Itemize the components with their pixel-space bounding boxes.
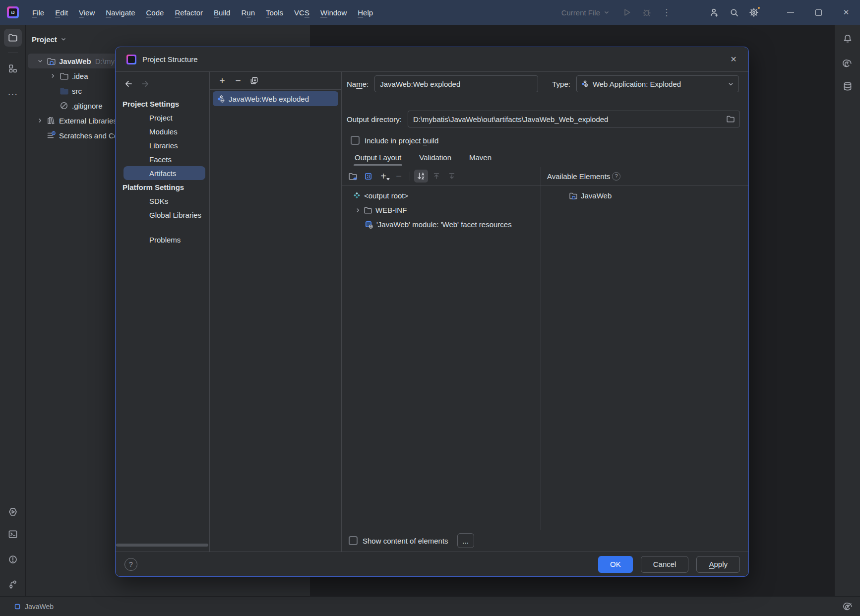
tab-output-layout[interactable]: Output Layout [354,149,402,166]
ai-assistant-button[interactable] [839,55,857,72]
menu-help[interactable]: Help [352,0,378,25]
help-icon[interactable]: ? [612,172,620,181]
nav-item-global-libraries[interactable]: Global Libraries [123,208,205,222]
tree-row-facet-resources[interactable]: 'JavaWeb' module: 'Web' facet resources [342,217,541,232]
menu-navigate[interactable]: Navigate [100,0,140,25]
nav-item-problems[interactable]: Problems [123,233,205,246]
menu-window[interactable]: Window [315,0,352,25]
add-element-button[interactable]: + [376,170,390,183]
menu-vcs[interactable]: VCS [289,0,315,25]
tree-row-output-root[interactable]: <output root> [342,188,541,203]
artifact-name-input[interactable] [374,75,538,92]
browse-folder-icon[interactable] [726,115,735,123]
type-value: Web Application: Exploded [593,80,681,88]
nav-item-artifacts[interactable]: Artifacts [123,166,205,180]
ok-button[interactable]: OK [598,556,633,573]
more-tool-windows-button[interactable]: ⋯ [4,85,22,103]
database-tool-window-button[interactable] [839,77,857,95]
available-elements-title: Available Elements [547,172,610,181]
tree-row-web-inf[interactable]: WEB-INF [342,203,541,217]
right-tool-strip [834,25,860,596]
structure-tool-window-button[interactable] [4,60,22,77]
sort-elements-button[interactable] [414,170,428,183]
run-button[interactable] [617,2,637,22]
chevron-right-icon[interactable] [353,207,364,214]
nav-item-libraries[interactable]: Libraries [123,138,205,152]
nav-item-project[interactable]: Project [123,111,205,124]
terminal-tool-window-button[interactable] [4,525,22,543]
notifications-button[interactable] [839,30,857,48]
menu-edit[interactable]: Edit [50,0,73,25]
tree-item-label: 'JavaWeb' module: 'Web' facet resources [376,220,512,229]
include-in-build-checkbox[interactable] [351,136,360,145]
search-everywhere-button[interactable] [724,2,744,22]
version-control-tool-window-button[interactable] [4,575,22,593]
menu-tools[interactable]: Tools [260,0,289,25]
status-project-widget[interactable]: JavaWeb [14,603,54,611]
copy-artifact-button[interactable] [246,74,261,87]
remove-element-button[interactable]: − [392,170,406,183]
menu-view[interactable]: View [73,0,100,25]
chevron-down-icon[interactable] [60,36,67,43]
code-with-me-button[interactable] [704,2,724,22]
menu-code[interactable]: Code [141,0,170,25]
move-up-button[interactable] [430,170,443,183]
chevron-right-icon[interactable] [35,117,46,124]
move-down-button[interactable] [445,170,459,183]
menu-run[interactable]: Run [236,0,260,25]
show-content-checkbox[interactable] [349,536,358,545]
artifact-config-panel: Name: Type: Web Application: Exploded Ou… [342,72,748,552]
intellij-logo-icon [126,55,136,64]
remove-artifact-button[interactable]: − [231,74,246,87]
search-icon [730,8,739,17]
nav-item-facets[interactable]: Facets [123,152,205,166]
cancel-button[interactable]: Cancel [641,556,689,573]
artifact-item-label: JavaWeb:Web exploded [229,95,309,103]
forward-arrow-icon[interactable] [140,79,149,88]
output-directory-input[interactable] [408,111,740,127]
available-element-javaweb[interactable]: JavaWeb [541,188,748,203]
tab-maven[interactable]: Maven [468,149,492,166]
run-configuration-selector[interactable]: Current File [561,8,610,17]
horizontal-scrollbar[interactable] [116,544,208,547]
artifact-list-item-selected[interactable]: JavaWeb:Web exploded [213,91,338,106]
module-badge-icon [14,603,21,610]
add-artifact-button[interactable]: + [215,74,230,87]
ai-assistant-disabled-icon[interactable] [843,602,853,612]
menu-file[interactable]: File [27,0,50,25]
settings-button[interactable] [744,2,764,22]
dialog-help-button[interactable]: ? [124,558,137,571]
services-icon [8,507,18,517]
tab-validation[interactable]: Validation [418,149,452,166]
menu-build[interactable]: Build [208,0,236,25]
dialog-close-button[interactable]: ✕ [727,53,740,66]
debug-button[interactable] [637,2,657,22]
chevron-right-icon[interactable] [48,72,59,79]
maximize-button[interactable] [804,0,832,25]
content-options-button[interactable]: ... [457,533,474,548]
nav-item-modules[interactable]: Modules [123,124,205,138]
project-tool-window-button[interactable] [4,29,22,47]
database-icon [843,81,853,91]
close-icon: ✕ [843,8,850,17]
minimize-button[interactable] [777,0,804,25]
minimize-icon [787,12,794,13]
more-actions-button[interactable]: ⋮ [657,2,676,22]
project-panel-title[interactable]: Project [32,35,57,44]
artifact-type-select[interactable]: Web Application: Exploded [576,75,739,92]
apply-button[interactable]: Apply [696,556,740,573]
output-layout-tree: <output root> WEB-INF [342,185,541,232]
menu-refactor[interactable]: Refactor [169,0,208,25]
artifact-icon [217,95,225,103]
services-tool-window-button[interactable] [4,503,22,521]
close-window-button[interactable]: ✕ [832,0,860,25]
output-root-icon [353,191,361,200]
chevron-down-icon[interactable] [35,58,46,64]
archive-icon [364,172,372,181]
nav-item-sdks[interactable]: SDKs [123,194,205,208]
create-directory-button[interactable] [346,170,360,183]
artifacts-toolbar: + − [210,72,341,90]
problems-tool-window-button[interactable] [4,551,22,568]
create-archive-button[interactable] [361,170,375,183]
back-arrow-icon[interactable] [124,79,133,88]
